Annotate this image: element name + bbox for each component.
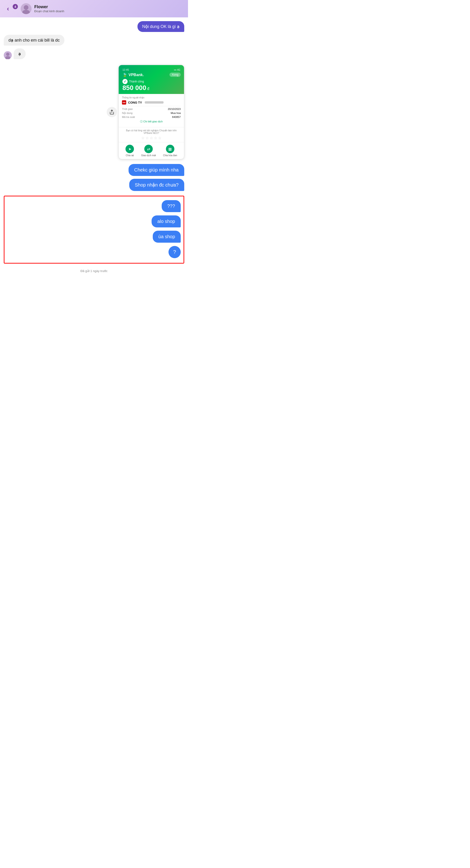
star-3[interactable]: ☆ <box>150 136 153 140</box>
sender-avatar-small <box>4 51 12 59</box>
receipt-signal: ▪▪▪ 4G <box>174 69 180 71</box>
star-2[interactable]: ☆ <box>145 136 149 140</box>
bubble-received-a: ạ <box>13 49 26 59</box>
new-tx-icon: ⇄ <box>144 145 153 153</box>
receipt-header: 12:45 ▪▪▪ 4G 🍃 VPBank. Xong ✓ Thành công… <box>119 65 184 94</box>
vpbank-leaf-icon: 🍃 <box>122 72 127 77</box>
receipt-container: 12:45 ▪▪▪ 4G 🍃 VPBank. Xong ✓ Thành công… <box>4 65 184 159</box>
message-hl-question: ? <box>7 246 181 258</box>
contact-avatar <box>21 3 31 14</box>
bubble-received-bill: dạ anh cho em cái bill là dc <box>4 35 64 45</box>
contact-info: Flower Đoạn chat kinh doanh <box>34 4 184 13</box>
avatar-image <box>21 3 31 14</box>
bubble-hl-4: ? <box>169 246 181 258</box>
date-label: Thời gian <box>122 107 133 111</box>
receipt-wrapper: 12:45 ▪▪▪ 4G 🍃 VPBank. Xong ✓ Thành công… <box>118 65 184 159</box>
back-chevron-icon: ‹ <box>7 5 9 12</box>
share-button[interactable] <box>107 107 117 117</box>
split-icon: ▦ <box>166 145 174 153</box>
bubble-sent-shop: Shop nhận đc chưa? <box>129 179 184 191</box>
content-value: Mua hoa <box>171 112 181 115</box>
success-check-icon: ✓ <box>122 79 127 84</box>
new-tx-label: Giao dịch mới <box>141 154 156 157</box>
mb-bank-icon: MB <box>122 100 126 104</box>
message-hl-ua-shop: ùa shop <box>7 231 181 243</box>
message-hl-alo-shop: alo shop <box>7 215 181 227</box>
receipt-action-new-tx[interactable]: ⇄ Giao dịch mới <box>141 145 156 157</box>
back-button[interactable]: ‹ <box>4 4 12 13</box>
contact-name: Flower <box>34 4 184 9</box>
bubble-hl-1: ??? <box>162 200 181 212</box>
feedback-text: Bạn có hài lòng với trải nghiệm Chuyển t… <box>122 129 181 134</box>
message-hl-question-marks: ??? <box>7 200 181 212</box>
bubble-sent-check: Chekc giúp mình nha <box>128 164 184 176</box>
receipt-body: Thông tin người nhận MB CONG TY Thời gia… <box>119 94 184 127</box>
message-received-bill: dạ anh cho em cái bill là dc <box>4 35 184 45</box>
bubble-hl-2: alo shop <box>152 215 181 227</box>
date-value: 20/10/2023 <box>168 107 181 111</box>
bubble-sent-top: Nội dung OK là gì ạ <box>138 21 184 32</box>
svg-point-4 <box>6 53 9 56</box>
trace-value: 840857 <box>172 116 181 118</box>
message-sent-top: Nội dung OK là gì ạ <box>4 21 184 32</box>
receipt-action-split[interactable]: ▦ Chia hóa đơn <box>163 145 177 157</box>
svg-point-1 <box>24 5 28 10</box>
star-5[interactable]: ☆ <box>158 136 161 140</box>
receipt-success-row: ✓ Thành công <box>122 79 180 84</box>
receipt-footer: ➤ Chia sẻ ⇄ Giao dịch mới ▦ Chia hóa đơn <box>119 142 184 159</box>
vpbank-name: VPBank. <box>128 73 144 77</box>
receipt-status-label: Thành công <box>129 80 144 83</box>
receipt-amount-row: 850 000 đ <box>122 84 180 92</box>
footer-timestamp: Đã gửi 1 ngày trước <box>4 269 184 273</box>
receipt-amount: 850 000 <box>122 84 146 92</box>
receipt-status-bar: 12:45 ▪▪▪ 4G <box>122 68 180 71</box>
recipient-blur <box>145 101 164 103</box>
receipt-time: 12:45 <box>122 68 129 71</box>
chat-area: Nội dung OK là gì ạ dạ anh cho em cái bi… <box>0 18 188 278</box>
xong-button[interactable]: Xong <box>170 72 181 77</box>
receipt-date-row: Thời gian 20/10/2023 <box>122 107 181 111</box>
share-action-label: Chia sẻ <box>126 154 134 157</box>
recipient-name: CONG TY <box>128 101 142 104</box>
recipient-section-title: Thông tin người nhận <box>122 96 181 99</box>
trace-label: Mã tra soát <box>122 116 135 118</box>
receipt-feedback: Bạn có hài lòng với trải nghiệm Chuyển t… <box>119 127 184 142</box>
star-4[interactable]: ☆ <box>154 136 157 140</box>
detail-link[interactable]: ⓘ Chi tiết giao dịch <box>122 120 181 123</box>
chat-header: ‹ 4 Flower Đoạn chat kinh doanh <box>0 0 188 18</box>
receipt-content-row: Nội dung Mua hoa <box>122 112 181 115</box>
message-received-a: ạ <box>4 49 184 59</box>
notification-badge: 4 <box>13 4 18 9</box>
message-sent-check: Chekc giúp mình nha <box>4 164 184 176</box>
receipt-trace-row: Mã tra soát 840857 <box>122 116 181 118</box>
contact-subtitle: Đoạn chat kinh doanh <box>34 9 184 13</box>
receipt-divider-1 <box>122 106 181 106</box>
recipient-row: MB CONG TY <box>122 100 181 104</box>
receipt-action-share[interactable]: ➤ Chia sẻ <box>125 145 134 157</box>
content-label: Nội dung <box>122 112 133 115</box>
share-action-icon: ➤ <box>125 145 134 153</box>
receipt-card: 12:45 ▪▪▪ 4G 🍃 VPBank. Xong ✓ Thành công… <box>118 65 184 159</box>
bubble-hl-3: ùa shop <box>153 231 181 243</box>
highlighted-section: ??? alo shop ùa shop ? <box>4 196 184 264</box>
receipt-currency: đ <box>147 87 149 91</box>
message-sent-shop: Shop nhận đc chưa? <box>4 179 184 191</box>
stars-row[interactable]: ☆ ☆ ☆ ☆ ☆ <box>122 136 181 140</box>
split-label: Chia hóa đơn <box>163 154 177 157</box>
star-1[interactable]: ☆ <box>141 136 145 140</box>
